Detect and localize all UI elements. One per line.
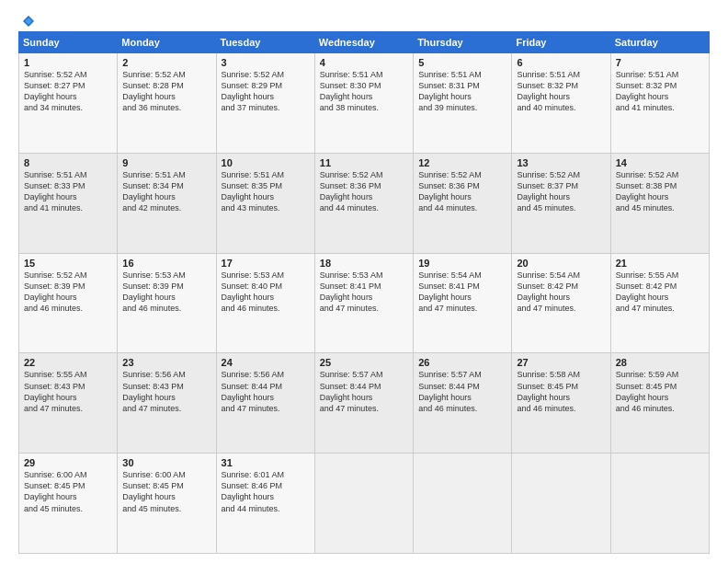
calendar-table: SundayMondayTuesdayWednesdayThursdayFrid… xyxy=(18,31,710,554)
calendar-cell: 22 Sunrise: 5:55 AMSunset: 8:43 PMDaylig… xyxy=(19,353,118,454)
day-number: 23 xyxy=(122,357,210,368)
calendar-cell: 20 Sunrise: 5:54 AMSunset: 8:42 PMDaylig… xyxy=(512,253,610,353)
day-number: 8 xyxy=(24,157,112,168)
day-number: 12 xyxy=(418,157,506,168)
day-number: 2 xyxy=(122,57,210,68)
calendar-cell: 24 Sunrise: 5:56 AMSunset: 8:44 PMDaylig… xyxy=(216,353,314,454)
calendar-header-sunday: Sunday xyxy=(19,32,118,53)
day-detail: Sunrise: 5:54 AMSunset: 8:42 PMDaylight … xyxy=(517,270,580,313)
day-number: 22 xyxy=(24,357,112,368)
calendar-cell: 26 Sunrise: 5:57 AMSunset: 8:44 PMDaylig… xyxy=(414,353,512,454)
calendar-cell xyxy=(314,454,413,554)
calendar-header-wednesday: Wednesday xyxy=(314,32,413,53)
calendar-cell xyxy=(414,454,512,554)
calendar-header-row: SundayMondayTuesdayWednesdayThursdayFrid… xyxy=(19,32,710,53)
day-number: 14 xyxy=(616,157,704,168)
calendar-header-friday: Friday xyxy=(512,32,610,53)
day-detail: Sunrise: 5:51 AMSunset: 8:31 PMDaylight … xyxy=(418,70,482,112)
calendar-week-row: 8 Sunrise: 5:51 AMSunset: 8:33 PMDayligh… xyxy=(19,153,710,253)
day-number: 5 xyxy=(418,57,506,68)
day-number: 17 xyxy=(222,258,310,269)
calendar-cell: 11 Sunrise: 5:52 AMSunset: 8:36 PMDaylig… xyxy=(314,153,413,253)
day-detail: Sunrise: 5:55 AMSunset: 8:43 PMDaylight … xyxy=(24,370,87,412)
calendar-cell: 23 Sunrise: 5:56 AMSunset: 8:43 PMDaylig… xyxy=(118,353,216,454)
calendar-cell: 9 Sunrise: 5:51 AMSunset: 8:34 PMDayligh… xyxy=(118,153,216,253)
day-detail: Sunrise: 5:51 AMSunset: 8:33 PMDaylight … xyxy=(24,170,87,213)
calendar-cell: 13 Sunrise: 5:52 AMSunset: 8:37 PMDaylig… xyxy=(512,153,610,253)
calendar-cell: 31 Sunrise: 6:01 AMSunset: 8:46 PMDaylig… xyxy=(216,454,314,554)
day-detail: Sunrise: 5:59 AMSunset: 8:45 PMDaylight … xyxy=(616,370,679,412)
day-number: 31 xyxy=(222,457,310,468)
day-detail: Sunrise: 5:53 AMSunset: 8:39 PMDaylight … xyxy=(122,270,186,313)
day-number: 3 xyxy=(222,57,310,68)
day-detail: Sunrise: 5:52 AMSunset: 8:39 PMDaylight … xyxy=(24,270,87,313)
day-number: 4 xyxy=(320,57,408,68)
calendar-cell: 3 Sunrise: 5:52 AMSunset: 8:29 PMDayligh… xyxy=(216,53,314,154)
day-number: 19 xyxy=(418,258,506,269)
day-number: 27 xyxy=(517,357,605,368)
calendar-cell: 2 Sunrise: 5:52 AMSunset: 8:28 PMDayligh… xyxy=(118,53,216,154)
day-detail: Sunrise: 5:56 AMSunset: 8:43 PMDaylight … xyxy=(122,370,186,412)
calendar-cell xyxy=(610,454,709,554)
calendar-cell: 29 Sunrise: 6:00 AMSunset: 8:45 PMDaylig… xyxy=(19,454,118,554)
calendar-header-thursday: Thursday xyxy=(414,32,512,53)
day-number: 7 xyxy=(616,57,704,68)
day-detail: Sunrise: 5:52 AMSunset: 8:29 PMDaylight … xyxy=(222,70,285,112)
day-number: 11 xyxy=(320,157,408,168)
calendar-cell: 17 Sunrise: 5:53 AMSunset: 8:40 PMDaylig… xyxy=(216,253,314,353)
calendar-cell: 15 Sunrise: 5:52 AMSunset: 8:39 PMDaylig… xyxy=(19,253,118,353)
day-number: 13 xyxy=(517,157,605,168)
calendar-cell xyxy=(512,454,610,554)
day-detail: Sunrise: 5:58 AMSunset: 8:45 PMDaylight … xyxy=(517,370,580,412)
day-detail: Sunrise: 5:52 AMSunset: 8:38 PMDaylight … xyxy=(616,170,679,213)
calendar-header-monday: Monday xyxy=(118,32,216,53)
day-number: 24 xyxy=(222,357,310,368)
day-detail: Sunrise: 5:55 AMSunset: 8:42 PMDaylight … xyxy=(616,270,679,313)
day-detail: Sunrise: 5:52 AMSunset: 8:28 PMDaylight … xyxy=(122,70,186,112)
day-number: 28 xyxy=(616,357,704,368)
calendar-header-tuesday: Tuesday xyxy=(216,32,314,53)
day-detail: Sunrise: 5:53 AMSunset: 8:41 PMDaylight … xyxy=(320,270,383,313)
calendar-header-saturday: Saturday xyxy=(610,32,709,53)
day-detail: Sunrise: 5:51 AMSunset: 8:32 PMDaylight … xyxy=(616,70,679,112)
day-detail: Sunrise: 5:57 AMSunset: 8:44 PMDaylight … xyxy=(418,370,482,412)
day-detail: Sunrise: 5:51 AMSunset: 8:34 PMDaylight … xyxy=(122,170,186,213)
calendar-cell: 5 Sunrise: 5:51 AMSunset: 8:31 PMDayligh… xyxy=(414,53,512,154)
day-number: 25 xyxy=(320,357,408,368)
day-detail: Sunrise: 5:51 AMSunset: 8:32 PMDaylight … xyxy=(517,70,580,112)
day-detail: Sunrise: 5:51 AMSunset: 8:30 PMDaylight … xyxy=(320,70,383,112)
page: SundayMondayTuesdayWednesdayThursdayFrid… xyxy=(0,0,728,563)
day-number: 16 xyxy=(122,258,210,269)
day-detail: Sunrise: 6:00 AMSunset: 8:45 PMDaylight … xyxy=(122,470,186,512)
calendar-cell: 12 Sunrise: 5:52 AMSunset: 8:36 PMDaylig… xyxy=(414,153,512,253)
calendar-cell: 1 Sunrise: 5:52 AMSunset: 8:27 PMDayligh… xyxy=(19,53,118,154)
day-detail: Sunrise: 5:52 AMSunset: 8:27 PMDaylight … xyxy=(24,70,87,112)
day-number: 18 xyxy=(320,258,408,269)
calendar-cell: 19 Sunrise: 5:54 AMSunset: 8:41 PMDaylig… xyxy=(414,253,512,353)
calendar-cell: 18 Sunrise: 5:53 AMSunset: 8:41 PMDaylig… xyxy=(314,253,413,353)
calendar-cell: 21 Sunrise: 5:55 AMSunset: 8:42 PMDaylig… xyxy=(610,253,709,353)
day-number: 1 xyxy=(24,57,112,68)
day-number: 30 xyxy=(122,457,210,468)
calendar-cell: 4 Sunrise: 5:51 AMSunset: 8:30 PMDayligh… xyxy=(314,53,413,154)
calendar-cell: 14 Sunrise: 5:52 AMSunset: 8:38 PMDaylig… xyxy=(610,153,709,253)
day-number: 15 xyxy=(24,258,112,269)
day-detail: Sunrise: 5:52 AMSunset: 8:36 PMDaylight … xyxy=(418,170,482,213)
day-number: 29 xyxy=(24,457,112,468)
day-detail: Sunrise: 6:00 AMSunset: 8:45 PMDaylight … xyxy=(24,470,87,512)
day-detail: Sunrise: 6:01 AMSunset: 8:46 PMDaylight … xyxy=(222,470,285,512)
day-detail: Sunrise: 5:52 AMSunset: 8:37 PMDaylight … xyxy=(517,170,580,213)
day-number: 9 xyxy=(122,157,210,168)
day-detail: Sunrise: 5:52 AMSunset: 8:36 PMDaylight … xyxy=(320,170,383,213)
calendar-cell: 27 Sunrise: 5:58 AMSunset: 8:45 PMDaylig… xyxy=(512,353,610,454)
calendar-cell: 8 Sunrise: 5:51 AMSunset: 8:33 PMDayligh… xyxy=(19,153,118,253)
day-number: 20 xyxy=(517,258,605,269)
calendar-cell: 25 Sunrise: 5:57 AMSunset: 8:44 PMDaylig… xyxy=(314,353,413,454)
calendar-week-row: 29 Sunrise: 6:00 AMSunset: 8:45 PMDaylig… xyxy=(19,454,710,554)
day-detail: Sunrise: 5:53 AMSunset: 8:40 PMDaylight … xyxy=(222,270,285,313)
day-detail: Sunrise: 5:51 AMSunset: 8:35 PMDaylight … xyxy=(222,170,285,213)
calendar-cell: 7 Sunrise: 5:51 AMSunset: 8:32 PMDayligh… xyxy=(610,53,709,154)
calendar-week-row: 1 Sunrise: 5:52 AMSunset: 8:27 PMDayligh… xyxy=(19,53,710,154)
calendar-cell: 30 Sunrise: 6:00 AMSunset: 8:45 PMDaylig… xyxy=(118,454,216,554)
day-number: 21 xyxy=(616,258,704,269)
